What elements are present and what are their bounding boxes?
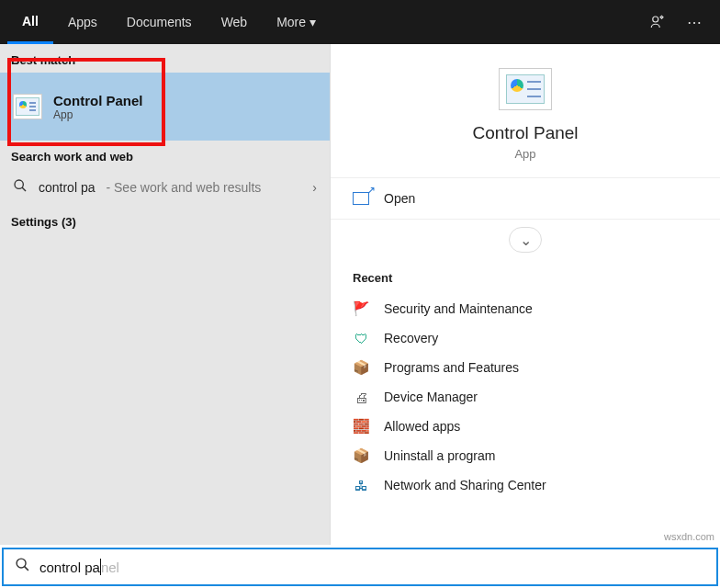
- recent-item-icon: 📦: [353, 359, 369, 376]
- tab-documents[interactable]: Documents: [112, 0, 207, 44]
- recent-item[interactable]: 📦Uninstall a program: [353, 441, 698, 470]
- watermark: wsxdn.com: [664, 531, 714, 542]
- recent-item[interactable]: 🖧Network and Sharing Center: [353, 470, 698, 500]
- svg-line-2: [22, 187, 26, 191]
- open-button[interactable]: Open: [331, 178, 720, 220]
- preview-app-icon: [499, 68, 552, 110]
- preview-subtitle: App: [514, 147, 535, 161]
- recent-item-label: Recovery: [384, 331, 438, 345]
- recent-item-icon: 🖨: [353, 389, 369, 405]
- filter-tabs: All Apps Documents Web More ▾ ⋯: [0, 0, 720, 44]
- recent-item-icon: 🛡: [353, 330, 369, 346]
- chevron-down-icon: ⌄: [520, 232, 532, 249]
- recent-item-label: Uninstall a program: [384, 448, 495, 463]
- recent-item-label: Security and Maintenance: [384, 301, 533, 316]
- recent-item-icon: 🚩: [353, 300, 369, 317]
- search-icon: [15, 557, 30, 577]
- recent-item[interactable]: 🛡Recovery: [353, 323, 698, 353]
- svg-point-1: [15, 180, 23, 188]
- chevron-down-icon: ▾: [309, 15, 316, 29]
- results-panel: Best match Control Panel App Search work…: [0, 44, 331, 545]
- more-options-icon[interactable]: ⋯: [676, 0, 713, 44]
- preview-title: Control Panel: [472, 123, 578, 143]
- recent-item[interactable]: 🖨Device Manager: [353, 382, 698, 412]
- best-match-title: Control Panel: [53, 93, 143, 108]
- recent-item[interactable]: 📦Programs and Features: [353, 353, 698, 382]
- control-panel-icon: [13, 94, 42, 119]
- recent-header: Recent: [353, 271, 698, 285]
- open-label: Open: [384, 191, 415, 206]
- recent-item-label: Device Manager: [384, 390, 478, 404]
- search-icon: [13, 178, 28, 197]
- search-ghost-text: nel: [101, 560, 119, 575]
- recent-item-icon: 📦: [353, 447, 369, 464]
- search-web-query: control pa: [39, 180, 95, 195]
- recent-item[interactable]: 🧱Allowed apps: [353, 412, 698, 441]
- search-web-hint: - See work and web results: [106, 180, 261, 195]
- svg-point-0: [653, 17, 658, 22]
- search-web-header: Search work and web: [0, 141, 330, 169]
- best-match-item[interactable]: Control Panel App: [0, 73, 330, 141]
- search-input[interactable]: control panel: [39, 559, 119, 575]
- tab-all[interactable]: All: [7, 0, 53, 44]
- recent-item[interactable]: 🚩Security and Maintenance: [353, 294, 698, 323]
- chevron-right-icon: ›: [312, 180, 317, 195]
- tab-more[interactable]: More ▾: [262, 0, 331, 44]
- tab-apps[interactable]: Apps: [53, 0, 112, 44]
- recent-item-label: Programs and Features: [384, 360, 519, 375]
- preview-panel: Control Panel App Open ⌄ Recent 🚩Securit…: [331, 44, 720, 545]
- settings-header[interactable]: Settings (3): [0, 206, 330, 234]
- search-typed-text: control pa: [39, 560, 100, 575]
- expand-button[interactable]: ⌄: [509, 227, 542, 253]
- recent-item-label: Allowed apps: [384, 419, 460, 434]
- tab-more-label: More: [276, 15, 306, 29]
- best-match-subtitle: App: [53, 108, 143, 121]
- search-bar[interactable]: control panel: [2, 548, 718, 586]
- open-icon: [353, 192, 369, 205]
- svg-line-4: [25, 567, 28, 571]
- recent-item-icon: 🧱: [353, 418, 369, 435]
- recent-item-icon: 🖧: [353, 477, 369, 493]
- tab-web[interactable]: Web: [207, 0, 263, 44]
- search-web-row[interactable]: control pa - See work and web results ›: [0, 169, 330, 206]
- svg-point-3: [17, 559, 26, 568]
- feedback-icon[interactable]: [639, 0, 676, 44]
- recent-item-label: Network and Sharing Center: [384, 478, 546, 492]
- best-match-header: Best match: [0, 44, 330, 73]
